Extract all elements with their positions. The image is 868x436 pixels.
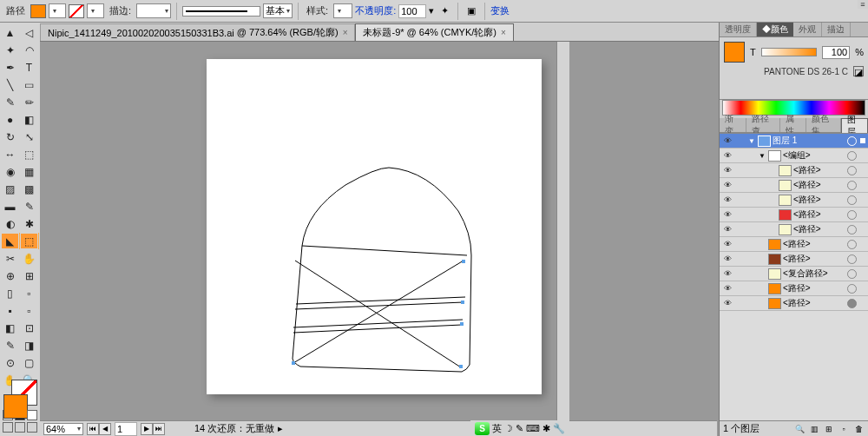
lock-slot[interactable] <box>735 224 745 235</box>
lasso-tool[interactable]: ◠ <box>20 42 38 58</box>
layer-row[interactable]: 👁<路径> <box>720 163 868 178</box>
ime-gear-icon[interactable]: 🔧 <box>553 423 565 434</box>
tool-misc-a[interactable]: ▫ <box>20 285 38 301</box>
ime-settings-icon[interactable]: ✱ <box>542 423 550 434</box>
selection-tool[interactable]: ▲ <box>1 24 19 41</box>
profile-dropdown[interactable]: 基本▾ <box>263 3 293 18</box>
target-icon[interactable] <box>847 195 857 205</box>
layer-row[interactable]: 👁<路径> <box>720 281 868 296</box>
draw-behind-icon[interactable] <box>15 422 25 433</box>
target-icon[interactable] <box>847 136 857 146</box>
visibility-icon[interactable]: 👁 <box>722 135 733 147</box>
ime-logo-icon[interactable]: S <box>475 422 490 435</box>
ime-tool-icon[interactable]: ✎ <box>516 423 523 434</box>
target-icon[interactable] <box>847 151 857 161</box>
visibility-icon[interactable]: 👁 <box>722 150 733 162</box>
tint-slider[interactable] <box>761 48 817 56</box>
lock-slot[interactable] <box>735 268 745 280</box>
target-icon[interactable] <box>847 240 857 249</box>
hand-tool[interactable]: ✋ <box>20 250 38 267</box>
tool-misc-d[interactable]: ◧ <box>1 320 19 336</box>
tab-layers[interactable]: 图层 <box>841 118 869 133</box>
layer-name[interactable]: 图层 1 <box>773 135 845 147</box>
target-icon[interactable] <box>847 210 857 220</box>
artwork-outline[interactable] <box>207 59 542 394</box>
shape-builder-tool[interactable]: ◉ <box>1 163 19 180</box>
align-icon[interactable]: ▣ <box>464 3 479 19</box>
layer-row[interactable]: 👁<路径> <box>720 178 868 193</box>
layer-name[interactable]: <路径> <box>793 223 845 235</box>
target-icon[interactable] <box>847 269 857 279</box>
visibility-icon[interactable]: 👁 <box>722 180 733 191</box>
panel-fill-swatch[interactable] <box>724 42 745 63</box>
slice-tool[interactable]: ✂ <box>1 250 19 267</box>
visibility-icon[interactable]: 👁 <box>722 239 733 250</box>
opacity-label[interactable]: 不透明度: <box>355 4 396 17</box>
vertical-scrollbar[interactable] <box>556 42 569 420</box>
close-icon[interactable]: × <box>343 28 348 37</box>
tint-input[interactable] <box>822 46 850 59</box>
opacity-input[interactable] <box>398 4 426 18</box>
stroke-dropdown[interactable]: ▾ <box>87 3 104 18</box>
none-mode-icon[interactable] <box>27 410 37 420</box>
tab-pathfinder[interactable]: 路径查 <box>746 118 780 132</box>
ime-lang[interactable]: 英 <box>492 422 502 435</box>
locate-object-icon[interactable]: 🔍 <box>793 423 806 435</box>
tool-misc-b[interactable]: ▪ <box>1 302 19 319</box>
close-icon[interactable]: × <box>501 28 506 37</box>
visibility-icon[interactable]: 👁 <box>722 195 733 206</box>
visibility-icon[interactable]: 👁 <box>722 165 733 176</box>
tab-color[interactable]: ◆颜色 <box>757 23 793 36</box>
mesh-tool[interactable]: ▩ <box>20 181 38 197</box>
fill-swatch[interactable] <box>30 4 46 18</box>
rectangle-tool[interactable]: ▭ <box>20 76 38 93</box>
tool-misc-i[interactable]: ▢ <box>20 354 38 371</box>
free-transform-tool[interactable]: ⬚ <box>20 146 38 162</box>
scale-tool[interactable]: ⤡ <box>20 129 38 145</box>
layer-name[interactable]: <路径> <box>793 179 845 191</box>
tool-misc-g[interactable]: ◨ <box>20 337 38 353</box>
style-dropdown[interactable]: ▾ <box>333 3 352 18</box>
delete-layer-icon[interactable]: 🗑 <box>852 423 865 435</box>
new-layer-icon[interactable]: ▫ <box>838 423 850 435</box>
stroke-swatch[interactable] <box>69 4 84 18</box>
blend-tool[interactable]: ◐ <box>1 215 19 232</box>
tool-misc-c[interactable]: ▫ <box>20 302 38 319</box>
lock-slot[interactable] <box>735 298 745 309</box>
magic-wand-tool[interactable]: ✦ <box>1 42 19 58</box>
tab-color-set[interactable]: 颜色集 <box>806 118 840 132</box>
layer-name[interactable]: <路径> <box>793 164 845 176</box>
tool-misc-e[interactable]: ⊡ <box>20 320 38 336</box>
live-paint-tool[interactable]: ▦ <box>20 163 38 180</box>
draw-inside-icon[interactable] <box>27 422 37 433</box>
layer-name[interactable]: <路径> <box>793 208 845 221</box>
layer-row[interactable]: 👁▼图层 1 <box>720 134 868 149</box>
eyedropper-tool[interactable]: ✎ <box>20 198 38 215</box>
canvas[interactable] <box>40 42 719 420</box>
tab-stroke[interactable]: 描边 <box>822 23 851 36</box>
symbol-sprayer-tool[interactable]: ✱ <box>20 215 38 232</box>
status-caret-icon[interactable]: ▸ <box>278 423 283 434</box>
artboard[interactable] <box>207 59 542 394</box>
layer-name[interactable]: <复合路径> <box>783 268 845 280</box>
rotate-tool[interactable]: ↻ <box>1 129 19 145</box>
prev-artboard-icon[interactable]: ◀ <box>99 423 111 435</box>
gradient-tool[interactable]: ▬ <box>1 198 19 215</box>
layer-name[interactable]: <路径> <box>793 194 845 206</box>
blob-brush-tool[interactable]: ● <box>1 111 19 128</box>
transform-link[interactable]: 变换 <box>490 4 510 17</box>
target-icon[interactable] <box>847 166 857 175</box>
make-clipping-mask-icon[interactable]: ▥ <box>808 423 820 435</box>
print-tiling-tool[interactable]: ⊞ <box>20 268 38 284</box>
draw-normal-icon[interactable] <box>3 422 13 433</box>
layer-name[interactable]: <路径> <box>783 297 845 309</box>
layer-row[interactable]: 👁<路径> <box>720 237 868 252</box>
disclosure-triangle-icon[interactable]: ▼ <box>759 152 766 160</box>
tool-misc-f[interactable]: ✎ <box>1 337 19 353</box>
pencil-tool[interactable]: ✏ <box>20 94 38 110</box>
artboard-tool[interactable]: ⬚ <box>20 233 38 249</box>
layer-row[interactable]: 👁<路径> <box>720 252 868 267</box>
layer-name[interactable]: <路径> <box>783 253 845 265</box>
stroke-profile[interactable] <box>182 6 260 17</box>
lock-slot[interactable] <box>735 165 745 176</box>
